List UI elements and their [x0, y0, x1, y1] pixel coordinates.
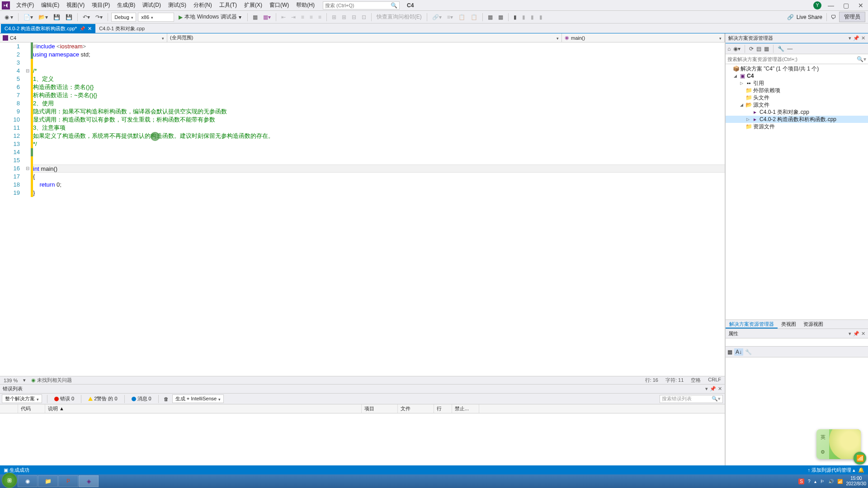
error-col-header[interactable]: 行 [434, 404, 452, 413]
menu-分析(N)[interactable]: 分析(N) [190, 0, 216, 10]
menu-项目(P)[interactable]: 项目(P) [88, 0, 113, 10]
error-col-header[interactable] [0, 404, 18, 413]
tool-btn-f[interactable]: ▦ [496, 13, 505, 21]
tray-ime-icon[interactable]: S [798, 479, 804, 484]
indent-mode[interactable]: 空格 [691, 377, 701, 384]
fmt-btn-4[interactable]: ⊞ [330, 13, 338, 21]
tree-extdeps-node[interactable]: 📁外部依赖项 [726, 87, 868, 94]
save-button[interactable]: 💾 [52, 13, 62, 21]
quick-replace-btn[interactable]: 快查直询问相邻(E) [375, 12, 424, 22]
menu-扩展(X)[interactable]: 扩展(X) [241, 0, 266, 10]
solution-search[interactable]: 🔍▾ [726, 54, 868, 64]
task-explorer[interactable]: 📁 [38, 475, 58, 487]
issues-status[interactable]: ◉ 未找到相关问题 [31, 377, 72, 384]
close-tab-icon[interactable]: ✕ [88, 26, 92, 32]
error-col-header[interactable]: 禁止... [452, 404, 479, 413]
context-project[interactable]: C4 [0, 33, 167, 42]
zoom-level[interactable]: 139 % [4, 378, 18, 383]
tree-file-1[interactable]: ▸C4.0-1 类和对象.cpp [726, 108, 868, 116]
error-col-header[interactable]: 项目 [362, 404, 398, 413]
menu-编辑(E)[interactable]: 编辑(E) [38, 0, 63, 10]
tray-vol-icon[interactable]: 🔊 [828, 479, 834, 484]
menu-调试(D)[interactable]: 调试(D) [139, 0, 165, 10]
fmt-btn-6[interactable]: ⊟ [350, 13, 358, 21]
solution-search-input[interactable] [727, 56, 857, 62]
notifications-icon[interactable]: 🔔 [858, 467, 864, 473]
tray-expand-icon[interactable]: ▴ [814, 479, 816, 484]
start-button[interactable]: ⊞ [2, 473, 17, 488]
pin-icon[interactable]: 📌 [80, 26, 85, 31]
context-function[interactable]: ◉main() [562, 33, 725, 42]
source-control-button[interactable]: ↑ 添加到源代码管理 ▴ [807, 467, 855, 474]
props-icon[interactable]: 🔧 [778, 46, 784, 52]
filter-errors[interactable]: 错误 0 [52, 395, 76, 403]
indent-btn[interactable]: ⇤ [279, 13, 288, 21]
error-source-combo[interactable]: 生成 + IntelliSense [172, 394, 224, 403]
fmt-btn-7[interactable]: ⊡ [360, 13, 368, 21]
task-chrome[interactable]: ◉ [18, 475, 38, 487]
props-tool-icon[interactable]: 🔧 [745, 349, 752, 355]
side-tab[interactable]: 解决方案资源管理器 [726, 320, 778, 328]
tree-file-2[interactable]: ▷▸C4.0-2 构造函数和析构函数.cpp [726, 116, 868, 123]
maximize-icon[interactable]: ▢ [840, 2, 852, 9]
tray-net-icon[interactable]: 📶 [837, 479, 843, 484]
error-col-header[interactable]: 代码 [18, 404, 45, 413]
bm-btn-3[interactable]: ▮ [538, 13, 544, 21]
live-share-button[interactable]: Live Share [797, 14, 822, 20]
save-all-button[interactable]: 💾 [64, 13, 74, 21]
side-close-icon[interactable]: ✕ [861, 35, 865, 41]
context-scope[interactable]: (全局范围) [167, 33, 562, 42]
redo-button[interactable]: ↷▾ [94, 13, 104, 21]
tray-flag-icon[interactable]: 🏳 [820, 479, 825, 484]
bm-btn-1[interactable]: ▮ [520, 13, 527, 21]
tool-btn-d[interactable]: 📋 [469, 13, 479, 21]
menu-窗口(W)[interactable]: 窗口(W) [266, 0, 292, 10]
undo-button[interactable]: ↶▾ [81, 13, 92, 21]
document-tab[interactable]: C4.0-1 类和对象.cpp [95, 24, 148, 33]
tool-btn-c[interactable]: 📋 [457, 13, 467, 21]
close-icon[interactable]: ✕ [855, 2, 866, 9]
task-ppt[interactable]: P [58, 475, 78, 487]
bookmark-btn[interactable]: ▮ [512, 13, 519, 21]
fmt-btn-3[interactable]: ≡ [316, 13, 323, 21]
outdent-btn[interactable]: ⇥ [289, 13, 297, 21]
menu-视图(V)[interactable]: 视图(V) [63, 0, 88, 10]
tool-btn-a[interactable]: 🔗▾ [430, 13, 443, 21]
props-dropdown-icon[interactable]: ▾ [849, 331, 851, 337]
filter-messages[interactable]: 消息 0 [130, 395, 153, 403]
props-cat-icon[interactable]: ▦ [727, 349, 732, 355]
sync-icon[interactable]: ⟳ [749, 46, 754, 52]
config-combo[interactable]: Debug [111, 13, 136, 22]
tool-btn-e[interactable]: ▦ [486, 13, 495, 21]
tool-btn-2[interactable]: ▦▾ [261, 13, 273, 21]
error-search[interactable]: 搜索错误列表🔍▾ [660, 395, 723, 403]
menu-生成(B)[interactable]: 生成(B) [113, 0, 139, 10]
menu-文件(F)[interactable]: 文件(F) [13, 0, 38, 10]
props-az-icon[interactable]: A↓ [734, 348, 743, 356]
collapse-icon[interactable]: ▤ [756, 46, 761, 52]
menu-帮助(H)[interactable]: 帮助(H) [292, 0, 318, 10]
wifi-float-icon[interactable]: 📶 [854, 452, 866, 465]
menu-工具(T)[interactable]: 工具(T) [216, 0, 241, 10]
feedback-icon[interactable]: 🗩 [831, 14, 836, 20]
solution-tree[interactable]: 📦解决方案 "C4" (1 个项目/共 1 个) ◢▣C4 ▷▪▪引用 📁外部依… [726, 64, 868, 319]
tree-resources-node[interactable]: 📁资源文件 [726, 123, 868, 130]
error-col-header[interactable]: 说明 ▲ [45, 404, 362, 413]
code-editor[interactable]: 12345678910111213141516171819 ⊟⊟ #includ… [0, 42, 725, 376]
panel-close-icon[interactable]: ✕ [718, 386, 722, 392]
tree-refs-node[interactable]: ▷▪▪引用 [726, 80, 868, 87]
props-close-icon[interactable]: ✕ [861, 331, 865, 337]
filter-warnings[interactable]: 2警告 的 0 [86, 395, 119, 403]
side-dropdown-icon[interactable]: ▾ [849, 35, 851, 41]
filter-btn[interactable]: 🗑 [164, 396, 169, 402]
open-button[interactable]: 📂▾ [37, 13, 50, 21]
user-avatar[interactable]: Y [813, 1, 821, 9]
menu-测试(S)[interactable]: 测试(S) [165, 0, 190, 10]
minimize-icon[interactable]: — [825, 2, 837, 9]
tree-sources-node[interactable]: ◢📂源文件 [726, 101, 868, 108]
side-tab[interactable]: 资源视图 [800, 320, 827, 328]
bm-btn-2[interactable]: ▮ [529, 13, 536, 21]
task-vs[interactable]: ◈ [79, 475, 99, 487]
quick-search-input[interactable] [325, 3, 391, 8]
fmt-btn-5[interactable]: ⊞ [340, 13, 348, 21]
